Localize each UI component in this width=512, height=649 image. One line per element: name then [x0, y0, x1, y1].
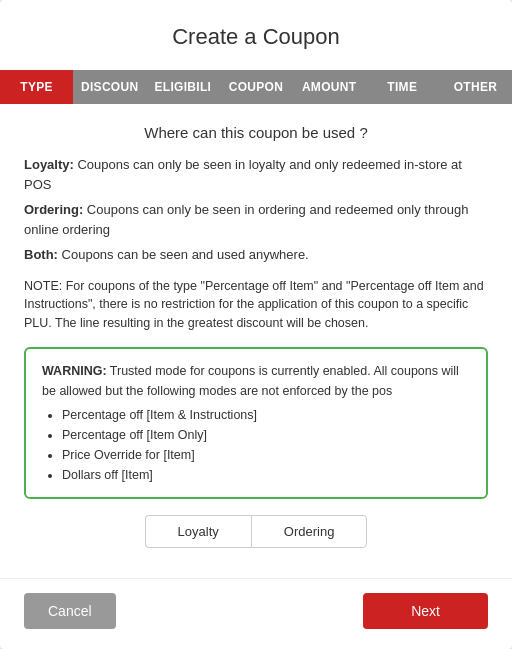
note-block: NOTE: For coupons of the type "Percentag…: [24, 277, 488, 333]
tab-discount[interactable]: DISCOUN: [73, 70, 146, 104]
loyalty-label: Loyalty:: [24, 157, 74, 172]
both-text: Coupons can be seen and used anywhere.: [58, 247, 309, 262]
question-text: Where can this coupon be used ?: [24, 124, 488, 141]
ordering-toggle-button[interactable]: Ordering: [251, 515, 368, 548]
warning-label: WARNING:: [42, 364, 107, 378]
both-label: Both:: [24, 247, 58, 262]
both-info: Both: Coupons can be seen and used anywh…: [24, 245, 488, 265]
tab-time[interactable]: TIME: [366, 70, 439, 104]
info-block: Loyalty: Coupons can only be seen in loy…: [24, 155, 488, 265]
cancel-button[interactable]: Cancel: [24, 593, 116, 629]
loyalty-info: Loyalty: Coupons can only be seen in loy…: [24, 155, 488, 194]
modal-title: Create a Coupon: [0, 0, 512, 70]
tab-bar: TYPE DISCOUN ELIGIBILI COUPON AMOUNT TIM…: [0, 70, 512, 104]
ordering-info: Ordering: Coupons can only be seen in or…: [24, 200, 488, 239]
modal-footer: Cancel Next: [0, 578, 512, 649]
warning-item-1: Percentage off [Item & Instructions]: [62, 405, 470, 425]
modal-body: Where can this coupon be used ? Loyalty:…: [0, 104, 512, 578]
ordering-label: Ordering:: [24, 202, 83, 217]
tab-amount[interactable]: AMOUNT: [293, 70, 366, 104]
warning-item-3: Price Override for [Item]: [62, 445, 470, 465]
tab-type[interactable]: TYPE: [0, 70, 73, 104]
tab-coupon[interactable]: COUPON: [219, 70, 292, 104]
warning-list: Percentage off [Item & Instructions] Per…: [62, 405, 470, 485]
note-text: For coupons of the type "Percentage off …: [24, 279, 484, 331]
warning-item-2: Percentage off [Item Only]: [62, 425, 470, 445]
note-label: NOTE:: [24, 279, 62, 293]
loyalty-text: Coupons can only be seen in loyalty and …: [24, 157, 462, 192]
warning-item-4: Dollars off [Item]: [62, 465, 470, 485]
tab-other[interactable]: OTHER: [439, 70, 512, 104]
usage-toggle-group: Loyalty Ordering: [24, 515, 488, 548]
warning-box: WARNING: Trusted mode for coupons is cur…: [24, 347, 488, 499]
ordering-text: Coupons can only be seen in ordering and…: [24, 202, 468, 237]
next-button[interactable]: Next: [363, 593, 488, 629]
loyalty-toggle-button[interactable]: Loyalty: [145, 515, 251, 548]
tab-eligibility[interactable]: ELIGIBILI: [146, 70, 219, 104]
create-coupon-modal: Create a Coupon TYPE DISCOUN ELIGIBILI C…: [0, 0, 512, 649]
